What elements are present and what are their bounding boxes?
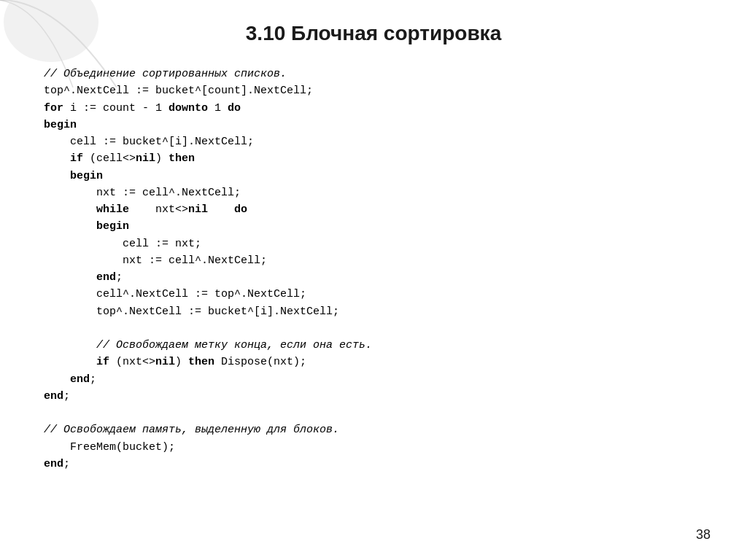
code-line: end; — [44, 456, 703, 472]
page-number: 38 — [696, 527, 711, 542]
code-line: while nxt<>nil do — [44, 201, 703, 218]
slide-title: 3.10 Блочная сортировка — [44, 22, 703, 45]
code-line: FreeMem(bucket); — [44, 439, 703, 456]
code-line — [44, 320, 703, 337]
code-line: // Освобождаем метку конца, если она ест… — [44, 337, 703, 354]
code-line: // Освобождаем память, выделенную для бл… — [44, 421, 703, 438]
code-line: end; — [44, 371, 703, 388]
code-block: // Объединение сортированных списков.top… — [44, 66, 703, 472]
code-line: nxt := cell^.NextCell; — [44, 184, 703, 201]
code-line: begin — [44, 117, 703, 133]
code-line: if (nxt<>nil) then Dispose(nxt); — [44, 354, 703, 370]
code-line: top^.NextCell := bucket^[i].NextCell; — [44, 303, 703, 320]
code-line: cell := nxt; — [44, 236, 703, 252]
code-line: nxt := cell^.NextCell; — [44, 252, 703, 269]
code-line: begin — [44, 168, 703, 184]
code-line: cell := bucket^[i].NextCell; — [44, 133, 703, 150]
code-line: if (cell<>nil) then — [44, 150, 703, 167]
code-line: top^.NextCell := bucket^[count].NextCell… — [44, 82, 703, 99]
code-line: cell^.NextCell := top^.NextCell; — [44, 286, 703, 303]
code-line: begin — [44, 218, 703, 235]
code-line: // Объединение сортированных списков. — [44, 66, 703, 82]
code-line — [44, 405, 703, 421]
code-line: end; — [44, 388, 703, 405]
code-line: for i := count - 1 downto 1 do — [44, 100, 703, 117]
slide-container: 3.10 Блочная сортировка // Объединение с… — [0, 0, 747, 560]
code-line: end; — [44, 269, 703, 286]
